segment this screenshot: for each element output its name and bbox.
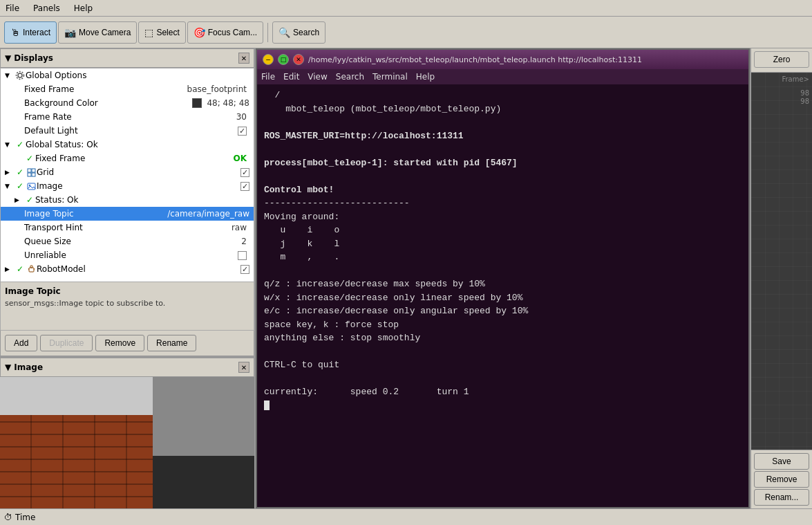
- right-sidebar-top: Zero: [751, 48, 812, 73]
- expand-image[interactable]: [5, 183, 15, 190]
- global-status-label: Global Status: Ok: [26, 140, 252, 149]
- term-line: e/c : increase/decrease only angular spe…: [264, 304, 742, 318]
- terminal-menu-file[interactable]: File: [261, 72, 275, 82]
- tree-row[interactable]: Frame Rate 30: [1, 110, 254, 124]
- search-label: Search: [293, 28, 319, 37]
- svg-rect-2: [28, 169, 31, 172]
- background-color-swatch[interactable]: [192, 98, 202, 108]
- image-checkbox[interactable]: [240, 182, 249, 191]
- tree-row-image-topic[interactable]: Image Topic /camera/image_raw: [1, 207, 254, 221]
- tree-row[interactable]: Global Options: [1, 68, 254, 82]
- fixed-frame-value: base_footprint: [187, 84, 247, 94]
- terminal-menu-help[interactable]: Help: [416, 72, 435, 82]
- menu-file[interactable]: File: [3, 2, 22, 15]
- term-line: anything else : stop smoothly: [264, 331, 742, 345]
- term-line: [264, 345, 742, 359]
- select-button[interactable]: ⬚ Select: [138, 21, 185, 44]
- tree-row[interactable]: ✓ Image: [1, 179, 254, 193]
- transport-hint-label: Transport Hint: [24, 223, 229, 232]
- focus-camera-button[interactable]: 🎯 Focus Cam...: [187, 21, 263, 44]
- grid-icon: [26, 167, 37, 178]
- term-line: CTRL-C to quit: [264, 358, 742, 372]
- svg-rect-9: [30, 266, 32, 268]
- rename-button[interactable]: Rename: [147, 335, 196, 351]
- term-line: process[mbot_teleop-1]: started with pid…: [264, 156, 742, 170]
- tree-area[interactable]: Global Options Fixed Frame base_footprin…: [0, 68, 254, 282]
- remove-button[interactable]: Remove: [95, 335, 144, 351]
- expand-grid[interactable]: [5, 169, 15, 176]
- bottom-buttons: Add Duplicate Remove Rename: [0, 331, 254, 356]
- terminal-menu-search[interactable]: Search: [336, 72, 364, 82]
- tree-row[interactable]: Background Color 48; 48; 48: [1, 96, 254, 110]
- menu-help[interactable]: Help: [71, 2, 95, 15]
- grid-checkbox[interactable]: [240, 168, 249, 177]
- expand-robotmodel[interactable]: [5, 266, 15, 273]
- robotmodel-checkbox[interactable]: [240, 265, 249, 274]
- terminal-menu-terminal[interactable]: Terminal: [372, 72, 408, 82]
- close-button[interactable]: ✕: [293, 54, 304, 65]
- image-sub-status-icon: ✓: [24, 194, 35, 205]
- term-line: u i o: [264, 223, 742, 237]
- term-line: [264, 399, 742, 413]
- fixed-frame-status-label: Fixed Frame: [35, 154, 231, 163]
- tree-row[interactable]: ✓ Fixed Frame OK: [1, 151, 254, 165]
- displays-panel: ▼ Displays ✕ Global Options Fixed: [0, 48, 254, 356]
- tree-row[interactable]: Unreliable: [1, 248, 254, 262]
- search-icon: 🔍: [278, 27, 290, 38]
- focus-camera-label: Focus Cam...: [208, 28, 257, 37]
- image-panel-close[interactable]: ✕: [238, 362, 249, 373]
- select-icon: ⬚: [144, 27, 153, 38]
- select-label: Select: [156, 28, 179, 37]
- image-panel-header: ▼ Image ✕: [0, 358, 254, 377]
- tree-row[interactable]: ✓ RobotModel: [1, 262, 254, 276]
- default-light-label: Default Light: [24, 126, 235, 136]
- clock-icon: ⏱: [4, 513, 12, 522]
- image-panel: ▼ Image ✕: [0, 356, 254, 508]
- minimize-button[interactable]: −: [263, 54, 274, 65]
- terminal-title: /home/lyy/catkin_ws/src/mbot_teleop/laun…: [308, 55, 743, 64]
- tree-row[interactable]: ✓ Grid: [1, 165, 254, 179]
- status-bar: ⏱ Time: [0, 508, 812, 525]
- interact-button[interactable]: 🖱 Interact: [4, 21, 57, 44]
- robotmodel-status-icon: ✓: [15, 264, 26, 275]
- fixed-frame-status-icon: ✓: [24, 153, 35, 164]
- term-line: mbot_teleop (mbot_teleop/mbot_teleop.py): [264, 102, 742, 116]
- add-button[interactable]: Add: [5, 335, 37, 351]
- displays-panel-close[interactable]: ✕: [238, 53, 249, 64]
- remove-bottom-button[interactable]: Remove: [754, 471, 809, 488]
- terminal-window: − □ ✕ /home/lyy/catkin_ws/src/mbot_teleo…: [256, 48, 750, 508]
- default-light-checkbox[interactable]: [238, 127, 247, 136]
- image-status-label: Status: Ok: [35, 195, 252, 205]
- tree-row[interactable]: ✓ Global Status: Ok: [1, 138, 254, 151]
- tree-row[interactable]: Default Light: [1, 124, 254, 138]
- grid-status-icon: ✓: [15, 167, 26, 178]
- term-line: Moving around:: [264, 210, 742, 224]
- terminal-menu-edit[interactable]: Edit: [283, 72, 299, 82]
- menu-panels[interactable]: Panels: [30, 2, 63, 15]
- terminal-menu-view[interactable]: View: [308, 72, 327, 82]
- expand-image-status[interactable]: [15, 196, 24, 203]
- tree-row[interactable]: Transport Hint raw: [1, 221, 254, 234]
- svg-rect-6: [28, 183, 35, 190]
- rename-bottom-button[interactable]: Renam...: [754, 489, 809, 506]
- global-status-icon: ✓: [15, 139, 26, 150]
- rviz-view[interactable]: Frame> 98 98: [751, 73, 812, 450]
- search-button[interactable]: 🔍 Search: [272, 21, 325, 44]
- unreliable-checkbox[interactable]: [238, 251, 247, 260]
- expand-global-status[interactable]: [5, 141, 15, 148]
- robotmodel-label: RobotModel: [37, 264, 238, 274]
- maximize-button[interactable]: □: [278, 54, 289, 65]
- image-panel-title: Image: [14, 362, 43, 372]
- tree-row[interactable]: Fixed Frame base_footprint: [1, 82, 254, 96]
- tree-row[interactable]: ✓ Status: Ok: [1, 193, 254, 207]
- term-line: ---------------------------: [264, 196, 742, 210]
- save-button[interactable]: Save: [754, 453, 809, 470]
- move-camera-button[interactable]: 📷 Move Camera: [58, 21, 137, 44]
- duplicate-button[interactable]: Duplicate: [40, 335, 93, 351]
- term-line: [264, 264, 742, 278]
- terminal-body[interactable]: / mbot_teleop (mbot_teleop/mbot_teleop.p…: [257, 84, 748, 507]
- tree-row[interactable]: Queue Size 2: [1, 234, 254, 248]
- expand-global-options[interactable]: [5, 72, 15, 79]
- image-label: Image: [37, 181, 238, 191]
- zero-button[interactable]: Zero: [754, 51, 809, 68]
